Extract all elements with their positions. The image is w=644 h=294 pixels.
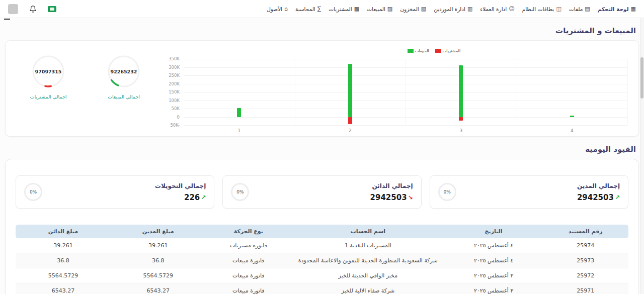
gauge-value: 97097315 <box>30 53 67 90</box>
stat-main: إجمالي التحويلات↗226 <box>155 182 206 202</box>
y-tick-label: 50K <box>172 106 180 111</box>
column-header: نوع الحركة <box>206 225 292 238</box>
stat-value: 226 <box>184 193 200 202</box>
table-row[interactable]: 25971٣ أغسطس ٢٠٢٥شركة صفاء الالية للخبزف… <box>16 283 628 294</box>
nav-item-assets[interactable]: ⌂الأصول <box>267 6 288 12</box>
nav-item-files[interactable]: ▤ملفات <box>569 6 590 12</box>
table-cell: 6543.27 <box>16 283 111 294</box>
nav-item-label: ادارة الموردين <box>434 6 465 12</box>
table-cell: 39.261 <box>111 238 206 253</box>
trend-up-icon: ↗ <box>615 194 620 201</box>
stat-title: إجمالي الدائن <box>370 182 413 189</box>
nav-item-suppliers[interactable]: ▥ادارة الموردين <box>434 6 472 12</box>
gauge-ring: 92265232 <box>105 53 142 90</box>
chart-legend: المشترياتالمبيعات <box>408 49 460 53</box>
system-cards-icon: ◫ <box>556 6 561 12</box>
stats-row: إجمالي المدين↗29425030%إجمالي الدائن↘294… <box>16 175 628 209</box>
edge-mark <box>4 19 10 20</box>
nav-item-label: المشتريات <box>329 6 352 12</box>
table-cell: 25973 <box>542 253 628 268</box>
nav-item-inventory[interactable]: ▧المخزون <box>400 6 426 12</box>
nav-item-label: المخزون <box>400 6 419 12</box>
nav-item-label: ادارة العملاء <box>480 6 507 12</box>
vertical-gridline <box>406 59 406 125</box>
y-tick-label: 100K <box>169 98 180 103</box>
nav-item-sales[interactable]: ▨المبيعات <box>367 6 392 12</box>
sales-purchases-section-title: المبيعات و المشتريات <box>8 26 636 35</box>
table-cell: فاتورة مبيعات <box>206 268 292 283</box>
stat-percent-badge: 0% <box>24 183 42 201</box>
dashboard-icon: ▦ <box>631 6 636 12</box>
nav-item-dashboard[interactable]: ▦لوحة التحكم <box>598 6 636 12</box>
table-cell: 36.8 <box>16 253 111 268</box>
table-row[interactable]: 25974٤ أغسطس ٢٠٢٥المشتريات النقدية 1فاتو… <box>16 238 628 253</box>
suppliers-icon: ▥ <box>467 6 472 12</box>
nav-item-accounting[interactable]: ∑المحاسبة <box>295 6 321 12</box>
nav-item-label: ملفات <box>569 6 583 12</box>
table-cell: 39.261 <box>16 238 111 253</box>
gauge-total-purchases: 97097315اجمالي المشتريات <box>30 53 67 100</box>
bar-chart: المشترياتالمبيعات 350K300K250K200K150K10… <box>162 46 634 133</box>
y-tick-label: 50K- <box>170 123 180 128</box>
table-cell: 36.8 <box>111 253 206 268</box>
purchases-icon: ▩ <box>354 6 359 12</box>
trend-down-icon: ↘ <box>408 194 413 201</box>
y-tick-label: 0 <box>177 115 180 120</box>
bar-purchases-2 <box>348 117 352 125</box>
table-cell: ٤ أغسطس ٢٠٢٥ <box>445 253 543 268</box>
column-header: اسم الحساب <box>291 225 445 238</box>
table-cell: شركة صفاء الالية للخبز <box>291 283 445 294</box>
gauge-label: اجمالي المبيعات <box>105 94 142 100</box>
notifications-bell-icon[interactable] <box>29 5 37 13</box>
legend-label: المشتريات <box>443 49 460 53</box>
table-header-row: رقم المستندالتاريخاسم الحسابنوع الحركةمب… <box>16 225 628 238</box>
y-tick-label: 250K <box>169 73 180 78</box>
navbar-icons <box>8 4 56 14</box>
column-header: مبلغ الدائن <box>16 225 111 238</box>
y-tick-label: 150K <box>169 89 180 94</box>
bar-purchases-3 <box>459 117 463 121</box>
table-cell: ٣ أغسطس ٢٠٢٥ <box>445 283 543 294</box>
page-scrollbar-track[interactable] <box>640 18 644 294</box>
legend-item: المشتريات <box>435 49 460 53</box>
daily-entries-table: رقم المستندالتاريخاسم الحسابنوع الحركةمب… <box>16 225 628 294</box>
nav-item-label: المحاسبة <box>295 6 315 12</box>
bar-sales-2 <box>348 64 352 117</box>
assets-icon: ⌂ <box>284 6 288 12</box>
x-tick-label: 1 <box>237 128 240 133</box>
nav-item-label: الأصول <box>267 6 282 12</box>
stat-main: إجمالي الدائن↘2942503 <box>370 182 413 202</box>
app-logo-placeholder[interactable] <box>8 4 18 14</box>
nav-item-label: بطاقات النظام <box>522 6 554 12</box>
table-cell: فاتوره مشتريات <box>206 238 292 253</box>
table-cell: 5564.5729 <box>111 268 206 283</box>
daily-entries-card: إجمالي المدين↗29425030%إجمالي الدائن↘294… <box>5 159 639 294</box>
top-navbar: ▦لوحة التحكم▤ملفات◫بطاقات النظام☺ادارة ا… <box>0 0 644 18</box>
nav-item-system-cards[interactable]: ◫بطاقات النظام <box>522 6 561 12</box>
files-icon: ▤ <box>585 6 590 12</box>
table-row[interactable]: 25973٤ أغسطس ٢٠٢٥شركة السعودية المتطورة … <box>16 253 628 268</box>
vertical-gridline <box>517 59 517 125</box>
table-row[interactable]: 25972٣ أغسطس ٢٠٢٥مخبز الوافي الحديثة للخ… <box>16 268 628 283</box>
currency-widget-icon[interactable] <box>48 6 56 12</box>
daily-entries-section-title: القيود اليوميه <box>8 145 636 154</box>
accounting-icon: ∑ <box>317 6 321 12</box>
stat-value: 2942503 <box>577 193 614 202</box>
column-header: رقم المستند <box>542 225 628 238</box>
table-cell: فاتورة مبيعات <box>206 283 292 294</box>
page-scrollbar-thumb[interactable] <box>640 57 643 99</box>
table-cell: 6543.27 <box>111 283 206 294</box>
legend-label: المبيعات <box>415 49 429 53</box>
column-header: مبلغ المدين <box>111 225 206 238</box>
nav-item-purchases[interactable]: ▩المشتريات <box>329 6 359 12</box>
stat-main: إجمالي المدين↗2942503 <box>577 182 620 202</box>
nav-item-customers[interactable]: ☺ادارة العملاء <box>480 6 514 12</box>
vertical-gridline <box>295 59 295 125</box>
sales-icon: ▨ <box>387 6 392 12</box>
gauge-ring: 97097315 <box>30 53 67 90</box>
table-cell: 5564.5729 <box>16 268 111 283</box>
legend-swatch <box>435 49 441 53</box>
table-cell: 25972 <box>542 268 628 283</box>
legend-swatch <box>408 49 414 53</box>
gauge-total-sales: 92265232اجمالي المبيعات <box>105 53 142 100</box>
